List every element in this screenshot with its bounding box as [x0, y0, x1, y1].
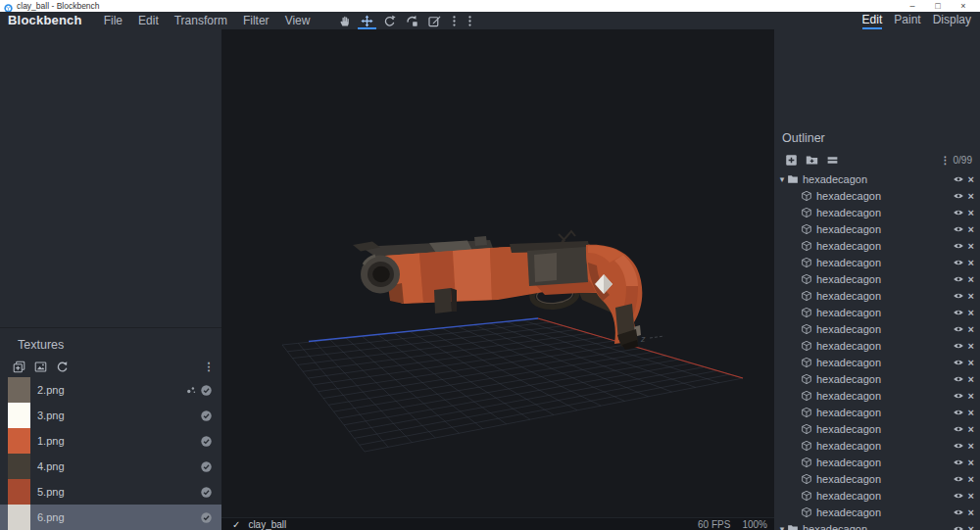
- outliner-cube-row[interactable]: hexadecagon×: [774, 187, 980, 204]
- export-toggle-icon[interactable]: ×: [968, 223, 974, 235]
- import-texture-icon[interactable]: [8, 361, 29, 373]
- texture-enabled-check-icon[interactable]: [200, 435, 213, 448]
- export-toggle-icon[interactable]: ×: [968, 257, 974, 268]
- collapse-arrow-icon[interactable]: ▾: [777, 174, 787, 184]
- visibility-eye-icon[interactable]: [953, 407, 964, 418]
- outliner-cube-row[interactable]: hexadecagon×: [774, 404, 980, 420]
- texture-enabled-check-icon[interactable]: [200, 410, 213, 422]
- tab-paint[interactable]: Paint: [888, 12, 926, 29]
- export-toggle-icon[interactable]: ×: [968, 357, 974, 368]
- export-toggle-icon[interactable]: ×: [968, 390, 974, 402]
- visibility-eye-icon[interactable]: [953, 440, 964, 452]
- export-toggle-icon[interactable]: ×: [968, 273, 974, 285]
- export-toggle-icon[interactable]: ×: [968, 506, 974, 518]
- visibility-eye-icon[interactable]: [953, 506, 964, 518]
- hand-tool[interactable]: [333, 12, 356, 29]
- visibility-eye-icon[interactable]: [953, 523, 964, 530]
- visibility-eye-icon[interactable]: [953, 257, 964, 268]
- texture-row[interactable]: 2.png: [0, 377, 221, 403]
- outliner-cube-row[interactable]: hexadecagon×: [774, 504, 980, 520]
- visibility-eye-icon[interactable]: [953, 223, 964, 235]
- viewport-3d[interactable]: z: [221, 29, 774, 530]
- texture-row[interactable]: 3.png: [0, 403, 221, 428]
- texture-row[interactable]: 4.png: [0, 454, 221, 479]
- outliner-cube-row[interactable]: hexadecagon×: [774, 420, 980, 437]
- texture-row[interactable]: 5.png: [0, 479, 221, 505]
- outliner-cube-row[interactable]: hexadecagon×: [774, 320, 980, 337]
- textures-menu-icon[interactable]: ⋮: [202, 361, 216, 373]
- menu-view[interactable]: View: [277, 12, 318, 29]
- close-button[interactable]: ×: [951, 0, 976, 12]
- visibility-eye-icon[interactable]: [953, 490, 964, 502]
- add-cube-button[interactable]: [781, 154, 802, 167]
- menu-file[interactable]: File: [96, 12, 130, 29]
- collapse-arrow-icon[interactable]: ▾: [777, 524, 787, 530]
- texture-row[interactable]: 6.png: [0, 505, 221, 530]
- outliner-cube-row[interactable]: hexadecagon×: [774, 487, 980, 504]
- export-toggle-icon[interactable]: ×: [968, 240, 974, 252]
- export-toggle-icon[interactable]: ×: [968, 457, 974, 468]
- outliner-cube-row[interactable]: hexadecagon×: [774, 287, 980, 304]
- export-toggle-icon[interactable]: ×: [968, 407, 974, 418]
- export-toggle-icon[interactable]: ×: [968, 523, 974, 530]
- export-toggle-icon[interactable]: ×: [968, 423, 974, 435]
- visibility-eye-icon[interactable]: [953, 273, 964, 285]
- outliner-group-row[interactable]: ▾hexadecagon×: [774, 170, 980, 187]
- reload-textures-icon[interactable]: [51, 361, 73, 373]
- tab-edit[interactable]: Edit: [857, 12, 889, 29]
- pivot-tool[interactable]: [401, 12, 423, 29]
- outliner-cube-row[interactable]: hexadecagon×: [774, 270, 980, 287]
- export-toggle-icon[interactable]: ×: [968, 307, 974, 318]
- more-vertical[interactable]: [462, 12, 477, 29]
- outliner-cube-row[interactable]: hexadecagon×: [774, 387, 980, 404]
- menu-filter[interactable]: Filter: [235, 12, 277, 29]
- texture-enabled-check-icon[interactable]: [200, 511, 213, 524]
- outliner-group-row[interactable]: ▾hexadecagon×: [774, 520, 980, 530]
- move-tool[interactable]: [356, 12, 378, 29]
- export-toggle-icon[interactable]: ×: [968, 473, 974, 485]
- create-texture-icon[interactable]: [29, 361, 51, 373]
- visibility-eye-icon[interactable]: [953, 173, 964, 185]
- outliner-cube-row[interactable]: hexadecagon×: [774, 304, 980, 320]
- outliner-cube-row[interactable]: hexadecagon×: [774, 470, 980, 487]
- toggle-layers-button[interactable]: [822, 154, 843, 167]
- outliner-cube-row[interactable]: hexadecagon×: [774, 370, 980, 387]
- visibility-eye-icon[interactable]: [953, 290, 964, 302]
- export-toggle-icon[interactable]: ×: [968, 373, 974, 385]
- outliner-cube-row[interactable]: hexadecagon×: [774, 254, 980, 270]
- visibility-eye-icon[interactable]: [953, 207, 964, 218]
- export-toggle-icon[interactable]: ×: [968, 440, 974, 452]
- blockbench-menu[interactable]: Blockbench: [8, 12, 82, 29]
- outliner-cube-row[interactable]: hexadecagon×: [774, 454, 980, 470]
- add-group-button[interactable]: [802, 154, 822, 167]
- menu-transform[interactable]: Transform: [167, 12, 235, 29]
- gun-model[interactable]: [353, 231, 642, 350]
- outliner-cube-row[interactable]: hexadecagon×: [774, 437, 980, 454]
- texture-enabled-check-icon[interactable]: [200, 384, 213, 397]
- maximize-button[interactable]: □: [925, 0, 951, 12]
- edit-box-tool[interactable]: [423, 12, 446, 29]
- visibility-eye-icon[interactable]: [953, 423, 964, 435]
- more-vertical[interactable]: [446, 12, 462, 29]
- menu-edit[interactable]: Edit: [130, 12, 167, 29]
- outliner-cube-row[interactable]: hexadecagon×: [774, 204, 980, 220]
- export-toggle-icon[interactable]: ×: [968, 340, 974, 352]
- visibility-eye-icon[interactable]: [953, 323, 964, 335]
- texture-enabled-check-icon[interactable]: [200, 460, 213, 473]
- visibility-eye-icon[interactable]: [953, 340, 964, 352]
- rotate-tool[interactable]: [378, 12, 401, 29]
- visibility-eye-icon[interactable]: [953, 390, 964, 402]
- export-toggle-icon[interactable]: ×: [968, 207, 974, 218]
- visibility-eye-icon[interactable]: [953, 240, 964, 252]
- outliner-cube-row[interactable]: hexadecagon×: [774, 354, 980, 370]
- export-toggle-icon[interactable]: ×: [968, 290, 974, 302]
- outliner-menu-icon[interactable]: ⋮: [940, 154, 951, 166]
- export-toggle-icon[interactable]: ×: [968, 173, 974, 185]
- outliner-cube-row[interactable]: hexadecagon×: [774, 237, 980, 254]
- outliner-cube-row[interactable]: hexadecagon×: [774, 337, 980, 354]
- minimize-button[interactable]: –: [900, 0, 925, 12]
- visibility-eye-icon[interactable]: [953, 190, 964, 202]
- export-toggle-icon[interactable]: ×: [968, 323, 974, 335]
- visibility-eye-icon[interactable]: [953, 473, 964, 485]
- outliner-cube-row[interactable]: hexadecagon×: [774, 220, 980, 237]
